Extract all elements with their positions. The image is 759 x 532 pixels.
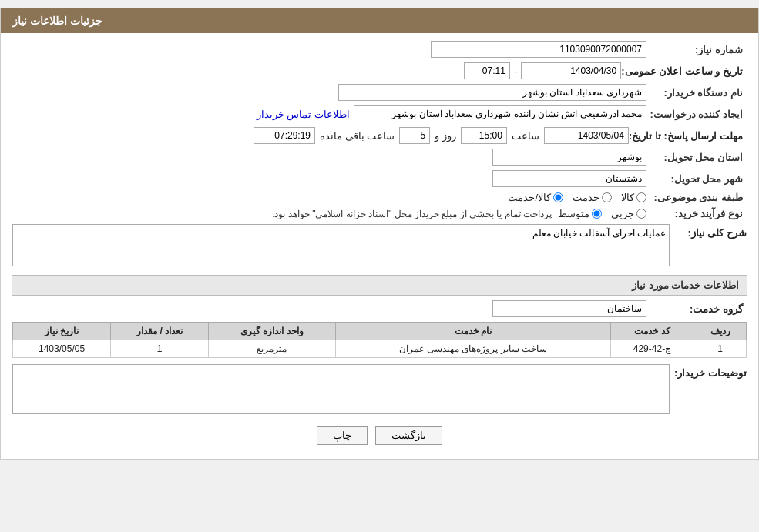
cell-code: ج-42-429 <box>610 340 694 358</box>
creator-row: ایجاد کننده درخواست: اطلاعات تماس خریدار <box>12 105 747 122</box>
need-number-row: شماره نیاز: <box>12 41 747 58</box>
need-number-label: شماره نیاز: <box>646 44 747 55</box>
subject-radio-group: کالا خدمت کالا/خدمت <box>508 192 646 203</box>
delivery-province-input[interactable] <box>492 149 646 166</box>
purchase-radio-partial[interactable]: جزیی <box>611 208 646 219</box>
table-row: 1 ج-42-429 ساخت سایر پروژه‌های مهندسی عم… <box>13 340 747 358</box>
deadline-time-input[interactable] <box>461 127 507 144</box>
button-row: بازگشت چاپ <box>12 426 747 445</box>
subject-both-label: کالا/خدمت <box>508 192 551 203</box>
deadline-remaining-input[interactable] <box>254 127 315 144</box>
description-wrap: عملیات اجرای آسفالت خیابان معلم <box>12 224 670 269</box>
contact-info-link[interactable]: اطلاعات تماس خریدار <box>257 109 350 120</box>
notes-textarea[interactable] <box>12 364 670 414</box>
deadline-label: مهلت ارسال پاسخ: تا تاریخ: <box>629 130 747 142</box>
description-row: شرح کلی نیاز: عملیات اجرای آسفالت خیابان… <box>12 224 747 269</box>
creator-label: ایجاد کننده درخواست: <box>646 109 747 120</box>
subject-radio-service-input[interactable] <box>602 192 612 202</box>
days-label: روز و <box>435 130 456 142</box>
subject-category-label: طبقه بندی موضوعی: <box>646 192 747 203</box>
purchase-type-row: نوع فرآیند خرید: جزیی متوسط پرداخت تمام … <box>12 208 747 219</box>
delivery-city-row: شهر محل تحویل: <box>12 170 747 187</box>
delivery-city-input[interactable] <box>492 170 646 187</box>
service-section-title: اطلاعات خدمات مورد نیاز <box>12 275 747 296</box>
main-container: جزئیات اطلاعات نیاز شماره نیاز: تاریخ و … <box>0 8 759 460</box>
cell-row-num: 1 <box>694 340 747 358</box>
col-name: نام خدمت <box>335 323 610 340</box>
cell-unit: مترمربع <box>209 340 336 358</box>
announce-date-row: تاریخ و ساعت اعلان عمومی: - <box>12 62 747 79</box>
purchase-radio-medium-input[interactable] <box>592 209 602 219</box>
col-unit: واحد اندازه گیری <box>209 323 336 340</box>
announce-time-input[interactable] <box>464 62 510 79</box>
announce-date-label: تاریخ و ساعت اعلان عمومی: <box>621 65 747 77</box>
page-title: جزئیات اطلاعات نیاز <box>12 15 102 27</box>
delivery-province-label: استان محل تحویل: <box>646 152 747 163</box>
purchase-type-label: نوع فرآیند خرید: <box>646 208 747 219</box>
deadline-row: مهلت ارسال پاسخ: تا تاریخ: ساعت روز و سا… <box>12 127 747 144</box>
subject-category-row: طبقه بندی موضوعی: کالا خدمت کالا/خدمت <box>12 192 747 203</box>
cell-date: 1403/05/05 <box>13 340 111 358</box>
notes-row: توضیحات خریدار: <box>12 364 747 417</box>
announce-date-sep: - <box>514 65 517 77</box>
subject-radio-goods-input[interactable] <box>636 192 646 202</box>
purchase-medium-label: متوسط <box>558 208 589 219</box>
time-label: ساعت <box>512 130 539 142</box>
need-number-input[interactable] <box>431 41 646 58</box>
subject-radio-both-input[interactable] <box>553 192 563 202</box>
notes-wrap <box>12 364 670 417</box>
service-group-input[interactable] <box>492 300 646 317</box>
subject-service-label: خدمت <box>573 192 599 203</box>
creator-input[interactable] <box>354 105 646 122</box>
notes-label: توضیحات خریدار: <box>670 364 747 379</box>
subject-radio-service[interactable]: خدمت <box>573 192 612 203</box>
description-textarea[interactable]: عملیات اجرای آسفالت خیابان معلم <box>12 224 670 266</box>
print-button[interactable]: چاپ <box>317 426 368 445</box>
buyer-org-input[interactable] <box>338 84 646 101</box>
purchase-partial-label: جزیی <box>611 208 634 219</box>
cell-count: 1 <box>111 340 209 358</box>
purchase-radio-partial-input[interactable] <box>636 209 646 219</box>
announce-date-input[interactable] <box>521 62 621 79</box>
subject-radio-goods[interactable]: کالا <box>621 192 646 203</box>
buyer-org-label: نام دستگاه خریدار: <box>646 87 747 99</box>
deadline-date-group <box>544 127 629 144</box>
col-count: تعداد / مقدار <box>111 323 209 340</box>
buyer-org-row: نام دستگاه خریدار: <box>12 84 747 101</box>
purchase-notice-text: پرداخت تمام یا بخشی از مبلغ خریداز محل "… <box>272 209 552 219</box>
col-row-num: ردیف <box>694 323 747 340</box>
cell-name: ساخت سایر پروژه‌های مهندسی عمران <box>335 340 610 358</box>
delivery-province-row: استان محل تحویل: <box>12 149 747 166</box>
deadline-days-input[interactable] <box>399 127 430 144</box>
service-table: ردیف کد خدمت نام خدمت واحد اندازه گیری ت… <box>12 322 747 358</box>
service-group-label: گروه خدمت: <box>646 303 747 315</box>
delivery-city-label: شهر محل تحویل: <box>646 173 747 185</box>
remaining-label-text: ساعت باقی مانده <box>320 130 395 142</box>
col-code: کد خدمت <box>610 323 694 340</box>
description-label: شرح کلی نیاز: <box>670 224 747 239</box>
col-date: تاریخ نیاز <box>13 323 111 340</box>
service-group-row: گروه خدمت: <box>12 300 747 317</box>
content-area: شماره نیاز: تاریخ و ساعت اعلان عمومی: - … <box>1 33 758 459</box>
table-header-row: ردیف کد خدمت نام خدمت واحد اندازه گیری ت… <box>13 323 747 340</box>
subject-goods-label: کالا <box>621 192 634 203</box>
subject-radio-both[interactable]: کالا/خدمت <box>508 192 563 203</box>
purchase-radio-medium[interactable]: متوسط <box>558 208 602 219</box>
purchase-radio-group: جزیی متوسط <box>558 208 646 219</box>
back-button[interactable]: بازگشت <box>375 426 442 445</box>
page-header: جزئیات اطلاعات نیاز <box>1 8 758 33</box>
deadline-date-input[interactable] <box>544 127 629 144</box>
